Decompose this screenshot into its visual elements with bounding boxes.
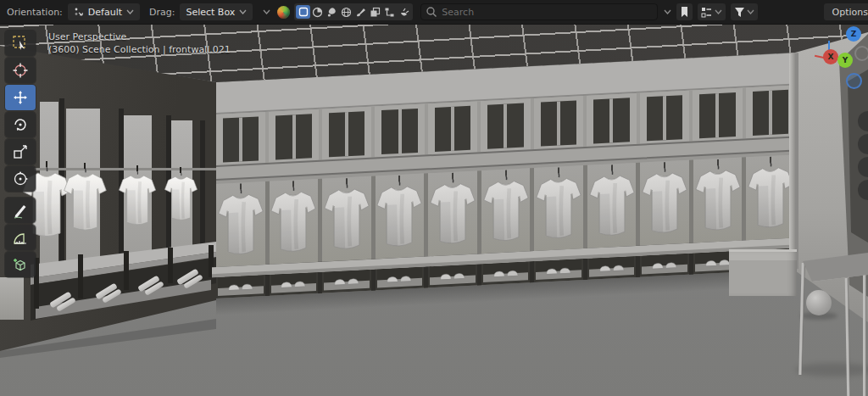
shoes-object[interactable]: [280, 279, 307, 290]
shoes-object[interactable]: [386, 273, 413, 284]
locker-cubby: [531, 96, 583, 149]
filter-dropdown[interactable]: [731, 3, 758, 20]
table-leg[interactable]: [798, 263, 804, 375]
drag-dropdown[interactable]: Select Box: [180, 3, 253, 20]
chevron-down-icon: [126, 9, 134, 14]
locker-stall: [742, 154, 795, 240]
locker-cubby: [743, 85, 795, 138]
gizmo-x-axis[interactable]: X: [823, 49, 838, 64]
tshirt-object[interactable]: [429, 176, 476, 249]
tshirt-object[interactable]: [535, 170, 582, 244]
tshirt-object[interactable]: [270, 184, 317, 258]
chevron-down-icon: [239, 9, 247, 14]
filter-icon: [734, 7, 745, 18]
tshirt-object[interactable]: [694, 163, 742, 237]
bookmark-icon: [680, 6, 689, 18]
gizmo-neg-y[interactable]: [854, 46, 868, 61]
tshirt-object[interactable]: [117, 170, 158, 228]
tshirt-object[interactable]: [163, 172, 199, 223]
shoes-object[interactable]: [651, 259, 678, 271]
scale-tool[interactable]: [5, 139, 36, 165]
measure-tool[interactable]: [5, 225, 36, 250]
locker-stall: [530, 165, 583, 251]
locker-cubby: [477, 98, 530, 152]
search-input[interactable]: [420, 3, 658, 20]
bench-bay: [424, 254, 477, 287]
search-field[interactable]: [420, 3, 658, 20]
duplicate-icon[interactable]: [368, 5, 382, 19]
annotate-tool[interactable]: [5, 198, 36, 223]
locker-cubby: [425, 101, 477, 154]
ball-object[interactable]: [806, 290, 832, 315]
brush-icon[interactable]: [353, 5, 368, 19]
options-button[interactable]: Options: [824, 3, 868, 20]
shoes-object[interactable]: [439, 271, 466, 282]
select-box-tool[interactable]: [5, 31, 36, 56]
shoes-object[interactable]: [545, 265, 572, 276]
bench-bay: [318, 259, 371, 293]
blender-window: Orientation: Default Drag: Select Box: [0, 0, 868, 396]
bench-bay: [265, 262, 319, 296]
locker-stall: [583, 163, 637, 248]
tshirt-object[interactable]: [482, 173, 530, 247]
add-cube-tool[interactable]: [5, 252, 36, 277]
tshirt-object[interactable]: [747, 159, 794, 233]
bench-frame-post: [124, 251, 129, 290]
move-tool[interactable]: [5, 85, 36, 110]
gradient-ball-icon[interactable]: [277, 6, 290, 19]
orientation-dropdown[interactable]: Default: [68, 3, 140, 20]
transform-tool[interactable]: [5, 166, 36, 192]
tshirt-object[interactable]: [217, 187, 264, 260]
locker-stall: [689, 158, 743, 243]
tshirt-object[interactable]: [588, 168, 636, 242]
rig-icon[interactable]: [382, 5, 397, 19]
tshirt-object[interactable]: [62, 168, 108, 234]
bench-frame-post: [168, 248, 173, 283]
tshirt-object[interactable]: [376, 179, 423, 253]
locker-cubby: [371, 104, 424, 158]
outliner-dropdown[interactable]: [698, 3, 726, 20]
gizmo-z-axis[interactable]: Z: [846, 26, 861, 42]
gizmo-y-axis[interactable]: Y: [837, 53, 853, 68]
orientation-label: Orientation:: [7, 7, 63, 18]
locker-stall: [265, 179, 319, 265]
gizmo-neg-z[interactable]: [846, 73, 862, 89]
shoes-object[interactable]: [227, 282, 254, 293]
shoes-object[interactable]: [333, 276, 360, 287]
chevron-down-icon: [664, 9, 671, 14]
locker-cubby: [265, 109, 318, 163]
locker-stall: [636, 160, 689, 246]
rotate-tool[interactable]: [5, 112, 36, 137]
bench-bay: [530, 248, 583, 282]
outliner-icon: [701, 7, 713, 18]
drag-value: Select Box: [186, 7, 235, 18]
tshirt-object[interactable]: [641, 165, 688, 239]
select-box-icon[interactable]: [296, 5, 310, 19]
pie-circle-icon[interactable]: [310, 5, 325, 19]
viewport-header: Orientation: Default Drag: Select Box: [0, 0, 868, 25]
orientation-value: Default: [88, 7, 122, 18]
bench-bay: [477, 251, 531, 285]
bench-bay: [371, 257, 425, 291]
globe-icon[interactable]: [339, 5, 353, 19]
drag-label: Drag:: [149, 7, 175, 18]
cursor-tool[interactable]: [5, 58, 36, 83]
shoes-object[interactable]: [598, 263, 626, 274]
plug-icon[interactable]: [397, 5, 411, 19]
bookmark-button[interactable]: [676, 3, 693, 20]
bench-bay: [636, 243, 689, 277]
search-icon: [426, 6, 437, 18]
ink-drop-icon[interactable]: [325, 5, 339, 19]
tool-settings-toggle[interactable]: [263, 9, 270, 14]
chevron-down-icon: [747, 9, 754, 14]
search-options-toggle[interactable]: [664, 9, 671, 14]
locker-cubby: [583, 93, 636, 147]
tshirt-object[interactable]: [323, 181, 370, 255]
viewport-3d[interactable]: User Perspective (3600) Scene Collection…: [0, 24, 868, 396]
active-object-label: (3600) Scene Collection | frontwall.021: [48, 43, 231, 56]
header-icon-strip: [294, 3, 413, 20]
tool-sidebar: [5, 31, 36, 277]
shoes-object[interactable]: [492, 268, 520, 279]
table-leg[interactable]: [863, 275, 866, 396]
shoes-object[interactable]: [704, 257, 732, 268]
